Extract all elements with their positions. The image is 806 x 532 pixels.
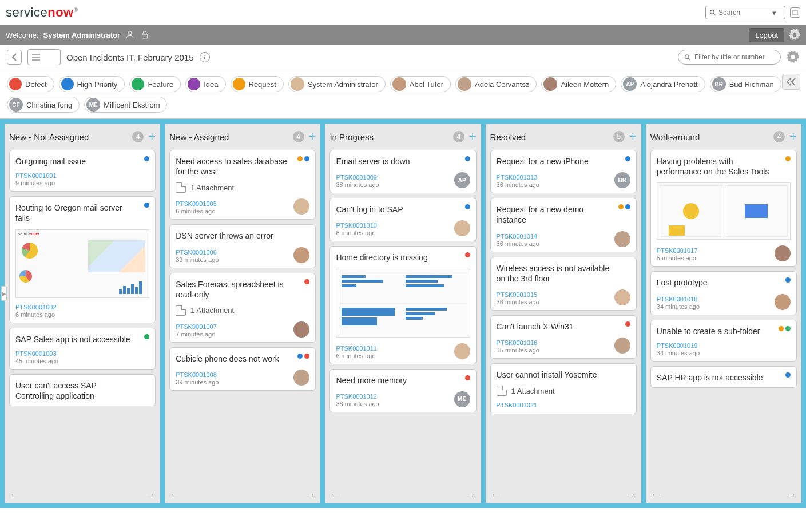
card[interactable]: Having problems with performance on the … <box>650 150 797 267</box>
add-card-button[interactable]: + <box>309 129 316 144</box>
card[interactable]: User can't access SAP Controlling applic… <box>9 374 156 406</box>
person-chip[interactable]: Abel Tuter <box>390 76 451 92</box>
gear-icon[interactable] <box>787 51 799 63</box>
card-timestamp: 38 minutes ago <box>336 181 379 188</box>
card-title: Sales Forecast spreadsheet is read-only <box>176 279 309 300</box>
card-id[interactable]: PTSK0001015 <box>497 291 539 298</box>
lane-next-button[interactable]: → <box>304 488 316 501</box>
filter-input[interactable] <box>694 53 775 61</box>
card-id[interactable]: PTSK0001013 <box>497 174 539 181</box>
board-view-button[interactable] <box>44 50 60 65</box>
card-id[interactable]: PTSK0001012 <box>336 393 379 400</box>
card[interactable]: Need more memory PTSK000101238 minutes a… <box>329 369 476 412</box>
chip-label: Alejandra Prenatt <box>640 80 697 89</box>
card[interactable]: SAP Sales app is not accessible PTSK0001… <box>9 328 156 370</box>
card-id[interactable]: PTSK0001016 <box>497 339 539 346</box>
person-chip[interactable]: MEMillicent Ekstrom <box>84 97 167 113</box>
add-card-button[interactable]: + <box>469 129 477 144</box>
card[interactable]: Lost prototype PTSK000101834 minutes ago <box>650 271 797 315</box>
list-view-button[interactable] <box>28 50 44 65</box>
expand-panel-button[interactable]: ▶ <box>1 286 7 301</box>
info-icon[interactable]: i <box>200 52 210 62</box>
card-id[interactable]: PTSK0001021 <box>497 402 538 408</box>
lane-cards: Need access to sales database for the we… <box>165 150 320 485</box>
lane-next-button[interactable]: → <box>785 488 797 501</box>
card[interactable]: SAP HR app is not accessible <box>650 366 797 388</box>
card[interactable]: Outgoing mail issue PTSK00010019 minutes… <box>9 150 156 192</box>
card-id[interactable]: PTSK0001001 <box>15 172 57 179</box>
tag-chip[interactable]: Idea <box>185 76 225 92</box>
card-id[interactable]: PTSK0001011 <box>336 345 377 352</box>
avatar-icon: BR <box>712 77 726 91</box>
card-id[interactable]: PTSK0001005 <box>176 200 217 207</box>
card[interactable]: Cubicle phone does not work PTSK00010083… <box>169 347 316 391</box>
lock-icon[interactable] <box>140 30 150 40</box>
lane-prev-button[interactable]: ← <box>650 488 662 501</box>
lane-next-button[interactable]: → <box>144 488 156 501</box>
person-chip[interactable]: CFChristina fong <box>7 97 80 113</box>
lane-next-button[interactable]: → <box>465 488 477 501</box>
attachment-row[interactable]: 1 Attachment <box>497 386 630 396</box>
card[interactable]: Routing to Oregon mail server fails serv… <box>9 196 156 323</box>
tag-dot-icon <box>785 372 791 378</box>
expand-button[interactable] <box>790 7 800 18</box>
card-id[interactable]: PTSK0001008 <box>176 371 219 378</box>
card-id[interactable]: PTSK0001017 <box>657 247 698 254</box>
card[interactable]: DSN server throws an error PTSK000100639… <box>169 224 316 268</box>
attachment-row[interactable]: 1 Attachment <box>176 305 309 316</box>
card[interactable]: Unable to create a sub-folder PTSK000101… <box>650 320 797 362</box>
gear-icon[interactable] <box>789 29 800 41</box>
collapse-filters-button[interactable] <box>782 74 800 90</box>
filter-search[interactable] <box>678 50 781 65</box>
card-id[interactable]: PTSK0001006 <box>176 249 219 256</box>
card[interactable]: Home directory is missing PTSK00010116 m… <box>329 246 476 364</box>
card-id[interactable]: PTSK0001003 <box>15 350 58 357</box>
person-chip[interactable]: BRBud Richman <box>710 76 781 92</box>
back-button[interactable] <box>7 50 22 65</box>
card-id[interactable]: PTSK0001002 <box>15 304 57 311</box>
card-id[interactable]: PTSK0001010 <box>336 222 377 229</box>
logo[interactable]: servicenow® <box>6 5 78 20</box>
tag-chip[interactable]: Feature <box>129 76 181 92</box>
add-card-button[interactable]: + <box>789 129 797 144</box>
card[interactable]: Request for a new demo instance PTSK0001… <box>490 198 637 252</box>
card-tag-dots <box>785 277 791 283</box>
card[interactable]: Can't launch X-Win31 PTSK000101635 minut… <box>490 315 637 359</box>
card-title: Lost prototype <box>657 277 791 288</box>
card[interactable]: Wireless access is not available on the … <box>490 257 637 311</box>
caret-down-icon[interactable]: ▾ <box>770 9 778 17</box>
card-id[interactable]: PTSK0001019 <box>657 342 700 349</box>
card[interactable]: User cannot install Yosemite 1 Attachmen… <box>490 363 637 414</box>
add-card-button[interactable]: + <box>148 129 156 144</box>
tag-chip[interactable]: High Priority <box>59 76 125 92</box>
lane-prev-button[interactable]: ← <box>9 488 21 501</box>
global-search-input[interactable] <box>718 9 770 17</box>
lane-prev-button[interactable]: ← <box>169 488 181 501</box>
lane-prev-button[interactable]: ← <box>490 488 502 501</box>
person-chip[interactable]: System Administrator <box>288 76 386 92</box>
attachment-icon <box>176 182 186 193</box>
lane-next-button[interactable]: → <box>625 488 637 501</box>
logout-button[interactable]: Logout <box>749 28 784 42</box>
card-id[interactable]: PTSK0001018 <box>657 296 700 303</box>
avatar-icon: AP <box>454 172 470 188</box>
card-id[interactable]: PTSK0001007 <box>176 323 217 330</box>
add-card-button[interactable]: + <box>629 129 637 144</box>
user-icon[interactable] <box>125 30 135 40</box>
person-chip[interactable]: APAlejandra Prenatt <box>621 76 705 92</box>
card[interactable]: Request for a new iPhone PTSK000101336 m… <box>490 150 637 193</box>
tag-dot-icon <box>785 277 791 283</box>
card-id[interactable]: PTSK0001009 <box>336 174 379 181</box>
global-search[interactable]: ▾ <box>705 6 785 19</box>
tag-chip[interactable]: Request <box>231 76 284 92</box>
lane-prev-button[interactable]: ← <box>329 488 341 501</box>
person-chip[interactable]: Adela Cervantsz <box>455 76 537 92</box>
card-id[interactable]: PTSK0001014 <box>497 233 539 240</box>
card[interactable]: Email server is down PTSK000100938 minut… <box>329 150 476 193</box>
person-chip[interactable]: Aileen Mottern <box>541 76 616 92</box>
card[interactable]: Need access to sales database for the we… <box>169 150 316 220</box>
card[interactable]: Can't log in to SAP PTSK00010108 minutes… <box>329 198 476 241</box>
card[interactable]: Sales Forecast spreadsheet is read-only … <box>169 273 316 343</box>
attachment-row[interactable]: 1 Attachment <box>176 182 309 193</box>
tag-chip[interactable]: Defect <box>7 76 54 92</box>
